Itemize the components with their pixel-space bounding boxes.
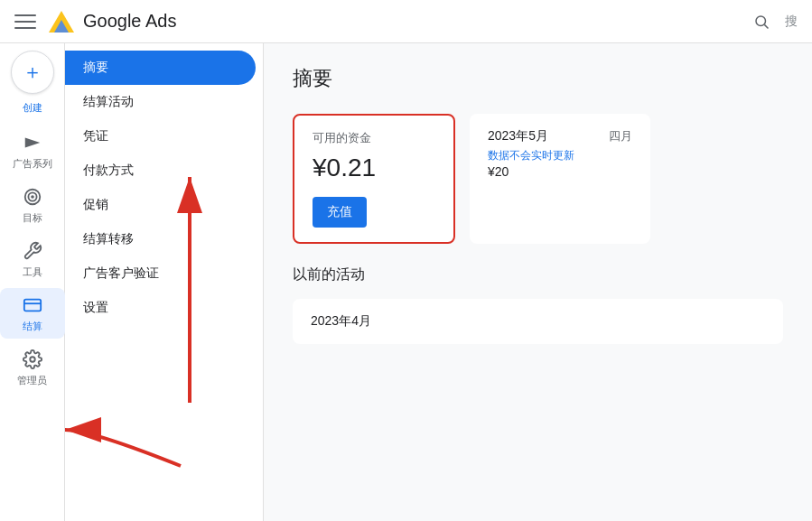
sub-navigation: 摘要 结算活动 凭证 付款方式 促销 结算转移 广告客户验证 设置: [65, 43, 264, 521]
admin-label: 管理员: [17, 374, 47, 387]
billing-label: 结算: [23, 320, 42, 333]
sub-nav-settings[interactable]: 设置: [65, 291, 256, 325]
tools-icon: [22, 240, 43, 262]
header: Google Ads 搜: [0, 0, 812, 43]
previous-activity-title: 以前的活动: [293, 265, 783, 284]
balance-label: 可用的资金: [313, 130, 435, 146]
plus-icon: ＋: [23, 59, 42, 86]
sidebar-item-campaigns[interactable]: 广告系列: [0, 126, 65, 176]
search-button[interactable]: [745, 5, 778, 38]
data-realtime-note[interactable]: 数据不会实时更新: [488, 148, 632, 163]
logo-icon: [47, 7, 76, 36]
svg-point-2: [756, 16, 766, 26]
month-amount: ¥20: [488, 164, 509, 179]
sub-nav-summary[interactable]: 摘要: [65, 51, 256, 85]
sub-nav-billing-activity[interactable]: 结算活动: [65, 85, 256, 119]
campaigns-icon: [22, 132, 43, 154]
april-title: 2023年4月: [311, 313, 765, 330]
month-card: 2023年5月 四月 数据不会实时更新 ¥20: [470, 114, 650, 244]
app-logo: Google Ads: [47, 7, 176, 36]
cards-row: 可用的资金 ¥0.21 充值 2023年5月 四月 数据不会实时更新 ¥20: [293, 114, 783, 244]
sub-nav-billing-transfer[interactable]: 结算转移: [65, 222, 256, 256]
sidebar-item-billing[interactable]: 结算: [0, 288, 65, 339]
sidebar-icons: ＋ 创建 广告系列 目标: [0, 43, 65, 521]
search-label: 搜: [785, 14, 798, 30]
april-card: 2023年4月: [293, 299, 783, 344]
month-title: 2023年5月: [488, 128, 548, 144]
page-title: 摘要: [293, 65, 783, 92]
create-button[interactable]: ＋: [11, 51, 54, 94]
goals-label: 目标: [23, 211, 42, 225]
create-label: 创建: [23, 101, 42, 115]
svg-point-6: [32, 196, 33, 198]
header-left: Google Ads: [14, 7, 734, 36]
sidebar-item-goals[interactable]: 目标: [0, 180, 65, 230]
app-title: Google Ads: [83, 11, 176, 32]
goals-icon: [22, 186, 43, 208]
admin-icon: [22, 349, 43, 370]
sidebar-item-admin[interactable]: 管理员: [0, 342, 65, 393]
tools-label: 工具: [23, 265, 42, 279]
main-content: 摘要 可用的资金 ¥0.21 充值 2023年5月 四月 数据不会实时更新 ¥2…: [264, 43, 812, 521]
header-search: 搜: [745, 5, 798, 38]
svg-point-9: [30, 357, 35, 362]
recharge-button[interactable]: 充值: [313, 197, 367, 228]
sub-nav-payment-method[interactable]: 付款方式: [65, 154, 256, 188]
balance-card: 可用的资金 ¥0.21 充值: [293, 114, 455, 244]
month-card-header: 2023年5月 四月: [488, 128, 632, 144]
billing-icon: [22, 294, 43, 316]
month-period: 四月: [609, 128, 632, 144]
svg-rect-7: [23, 299, 40, 311]
sidebar-item-tools[interactable]: 工具: [0, 234, 65, 284]
campaigns-label: 广告系列: [13, 157, 52, 171]
sub-nav-advertiser-verification[interactable]: 广告客户验证: [65, 256, 256, 291]
main-layout: ＋ 创建 广告系列 目标: [0, 43, 812, 521]
sub-nav-promotions[interactable]: 促销: [65, 188, 256, 222]
svg-line-3: [764, 24, 768, 28]
hamburger-menu-icon[interactable]: [14, 11, 36, 33]
balance-amount: ¥0.21: [313, 154, 435, 182]
sub-nav-vouchers[interactable]: 凭证: [65, 119, 256, 154]
